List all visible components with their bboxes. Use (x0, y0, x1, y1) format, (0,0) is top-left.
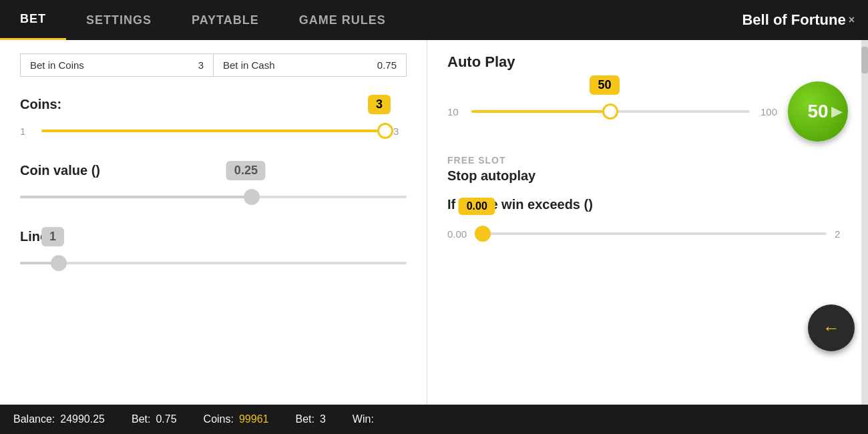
single-win-slider-row: 0.00 0.00 2 (447, 220, 848, 247)
bet-in-cash-label: Bet in Cash (223, 59, 275, 71)
autoplay-start-button[interactable]: 50 ▶ (788, 81, 848, 142)
stop-section: FREE SLOT Stop autoplay (447, 155, 848, 184)
bet-in-coins: Bet in Coins 3 (21, 54, 214, 76)
status-bar: Balance: 24990.25 Bet: 0.75 Coins: 99961… (0, 405, 868, 434)
coin-value-slider-row: 0.25 (20, 184, 407, 210)
main-container: BET SETTINGS PAYTABLE GAME RULES Bell of… (0, 0, 868, 434)
coins-fill (41, 130, 385, 132)
autoplay-track: 50 (471, 110, 750, 113)
bet-in-coins-label: Bet in Coins (30, 59, 84, 71)
tab-bet[interactable]: BET (0, 0, 66, 40)
win-item: Win: (353, 413, 379, 425)
autoplay-bubble: 50 (590, 75, 619, 95)
bet-in-cash-value: 0.75 (377, 59, 397, 71)
back-button[interactable]: ← (808, 304, 855, 351)
single-win-slider[interactable]: 0.00 (475, 220, 827, 247)
lines-slider[interactable]: 1 (20, 250, 407, 276)
autoplay-min: 10 (447, 106, 461, 118)
close-icon[interactable]: × (849, 14, 855, 26)
coin-value-thumb[interactable]: 0.25 (244, 189, 260, 205)
bet-in-coins-value: 3 (198, 59, 204, 71)
content-area: Bet in Coins 3 Bet in Cash 0.75 Coins: 1 (0, 40, 868, 405)
single-win-title: If single win exceeds () (447, 197, 848, 212)
lines-track: 1 (20, 262, 407, 264)
lines-thumb[interactable]: 1 (51, 255, 67, 271)
coins-track: 3 (41, 130, 385, 132)
coin-value-slider[interactable]: 0.25 (20, 184, 407, 210)
scrollbar-thumb[interactable] (861, 47, 868, 73)
bet2-label: Bet: (295, 413, 314, 425)
autoplay-max: 100 (761, 106, 777, 118)
coins-bubble: 3 (368, 95, 391, 114)
coin-value-section: Coin value () 0.25 (20, 163, 407, 210)
autoplay-title: Auto Play (447, 53, 848, 71)
bet2-value: 3 (320, 413, 326, 425)
coins-max: 3 (393, 126, 407, 137)
bet-in-cash: Bet in Cash 0.75 (214, 54, 406, 76)
single-win-bubble: 0.00 (459, 198, 495, 215)
bet-label: Bet: (132, 413, 150, 425)
top-nav: BET SETTINGS PAYTABLE GAME RULES Bell of… (0, 0, 868, 40)
balance-value: 24990.25 (60, 413, 105, 425)
bet2-item: Bet: 3 (295, 413, 325, 425)
single-win-section: If single win exceeds () 0.00 0.00 2 (447, 197, 848, 247)
bet-header: Bet in Coins 3 Bet in Cash 0.75 (20, 53, 407, 77)
left-panel: Bet in Coins 3 Bet in Cash 0.75 Coins: 1 (0, 40, 427, 405)
coins-slider[interactable]: 3 (41, 118, 385, 144)
play-arrow-icon: ▶ (831, 103, 843, 120)
coin-value-fill (20, 196, 252, 198)
coin-value-label: Coin value () (20, 163, 407, 178)
coin-value-track: 0.25 (20, 196, 407, 198)
balance-item: Balance: 24990.25 (13, 413, 105, 425)
game-title: Bell of Fortune × (728, 0, 868, 40)
lines-slider-row: 1 (20, 250, 407, 276)
coins-status-value: 99961 (239, 413, 269, 425)
lines-bubble: 1 (41, 227, 64, 246)
free-slot-label: FREE SLOT (447, 155, 848, 166)
lines-label: Lines (20, 229, 407, 244)
single-win-thumb[interactable]: 0.00 (475, 226, 491, 242)
stop-autoplay-label: Stop autoplay (447, 168, 848, 184)
lines-section: Lines 1 (20, 229, 407, 276)
coins-slider-row: 1 3 3 (20, 118, 407, 144)
scrollbar-track (861, 40, 868, 405)
single-win-max: 2 (835, 228, 848, 240)
autoplay-button-value: 50 (807, 101, 828, 122)
coins-thumb[interactable]: 3 (377, 123, 393, 139)
coins-min: 1 (20, 126, 33, 137)
single-win-min: 0.00 (447, 228, 467, 240)
autoplay-fill (471, 110, 610, 113)
tab-paytable[interactable]: PAYTABLE (172, 0, 279, 40)
back-arrow-icon: ← (823, 318, 840, 339)
autoplay-thumb[interactable]: 50 (602, 103, 618, 120)
coins-section: Coins: 1 3 3 (20, 97, 407, 144)
coins-item: Coins: 99961 (204, 413, 269, 425)
bet-item: Bet: 0.75 (132, 413, 177, 425)
autoplay-row: 10 50 100 50 ▶ (447, 81, 848, 142)
bet-value: 0.75 (156, 413, 176, 425)
tab-settings[interactable]: SETTINGS (66, 0, 172, 40)
coins-status-label: Coins: (204, 413, 234, 425)
win-label: Win: (353, 413, 374, 425)
single-win-track: 0.00 (475, 232, 827, 235)
balance-label: Balance: (13, 413, 55, 425)
autoplay-slider[interactable]: 50 (471, 98, 750, 125)
tab-game-rules[interactable]: GAME RULES (279, 0, 406, 40)
coin-value-bubble: 0.25 (226, 161, 266, 180)
coins-label: Coins: (20, 97, 407, 112)
right-panel: Auto Play 10 50 100 50 ▶ (427, 40, 868, 405)
